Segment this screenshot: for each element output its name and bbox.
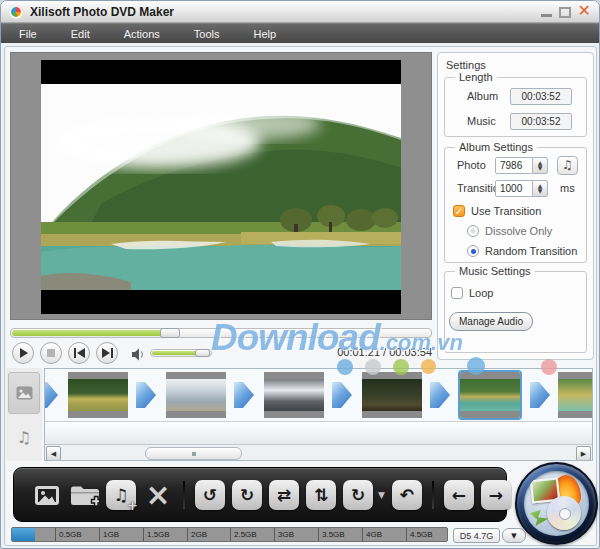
timeline-thumbnail-1[interactable] <box>68 372 128 418</box>
minimize-icon[interactable] <box>541 5 552 17</box>
use-transition-label: Use Transition <box>471 205 541 217</box>
loop-label: Loop <box>469 287 493 299</box>
transition-arrow-icon[interactable] <box>136 382 156 408</box>
close-icon[interactable]: ✕ <box>578 4 591 18</box>
menu-edit[interactable]: Edit <box>67 26 94 42</box>
add-folder-button[interactable] <box>69 480 99 510</box>
album-settings-group: Album Settings Photo 7986 ▲▼ ms ♫ Transi… <box>444 147 587 263</box>
menu-file[interactable]: File <box>15 26 41 42</box>
music-track[interactable] <box>45 421 592 444</box>
move-right-button[interactable]: → <box>481 480 511 510</box>
add-photo-button[interactable] <box>32 480 62 510</box>
swap-vertical-button[interactable]: ⇅ <box>306 480 336 510</box>
main-toolbar: ♫+ × ↺ ↻ ⇄ ⇅ ↻ ▼ ↶ ← → <box>13 467 507 522</box>
add-music-button[interactable]: ♫+ <box>106 480 136 510</box>
manage-audio-button[interactable]: Manage Audio <box>449 312 533 331</box>
app-icon <box>9 5 23 19</box>
rotate-right-button[interactable]: ↻ <box>232 480 262 510</box>
photo-duration-label: Photo <box>457 159 486 171</box>
seek-bar[interactable] <box>10 328 432 338</box>
swap-horizontal-button[interactable]: ⇄ <box>269 480 299 510</box>
add-photo-icon <box>32 480 62 510</box>
menu-actions[interactable]: Actions <box>120 26 164 42</box>
capacity-used-fill <box>12 528 35 541</box>
capacity-tick: 1GB <box>99 528 119 541</box>
disc-capacity-bar: 0.5GB 1GB 1.5GB 2GB 2.5GB 3GB 3.5GB 4GB … <box>11 527 448 542</box>
capacity-tick: 1.5GB <box>143 528 170 541</box>
tab-music[interactable]: ♫ <box>8 416 40 458</box>
timeline-tab-strip: ♫ <box>6 368 42 461</box>
transition-dropdown-caret-icon[interactable]: ▼ <box>378 490 385 500</box>
play-button[interactable] <box>12 342 34 364</box>
add-folder-icon <box>69 480 99 510</box>
disc-type-select[interactable]: D5 4.7G <box>453 528 500 543</box>
timeline-thumbnail-3[interactable] <box>264 372 324 418</box>
preview-photo <box>41 84 401 290</box>
preview-letterbox <box>41 60 401 314</box>
tab-photos[interactable] <box>8 372 40 414</box>
transition-arrow-icon[interactable] <box>530 382 550 408</box>
move-left-button[interactable]: ← <box>444 480 474 510</box>
volume-icon[interactable] <box>131 347 146 365</box>
timeline-scrollbar[interactable]: ◀ ▶ <box>45 444 592 461</box>
preview-stage <box>10 52 432 320</box>
music-label: Music <box>467 115 496 127</box>
capacity-tick: 3GB <box>274 528 294 541</box>
transition-arrow-icon[interactable] <box>44 382 58 408</box>
music-length-value: 00:03:52 <box>510 113 572 130</box>
rotate-left-button[interactable]: ↺ <box>195 480 225 510</box>
scroll-left-icon[interactable]: ◀ <box>46 446 61 461</box>
transport-controls: 00:01:21 / 00:03:54 <box>10 341 432 367</box>
volume-slider[interactable] <box>150 349 212 357</box>
previous-button[interactable] <box>68 342 90 364</box>
disc-type-dropdown-icon[interactable]: ▼ <box>502 528 526 543</box>
scroll-right-icon[interactable]: ▶ <box>576 446 591 461</box>
random-transition-radio[interactable] <box>467 245 479 257</box>
scrollbar-thumb[interactable] <box>145 447 242 460</box>
timeline-thumbnail-6[interactable] <box>558 372 593 418</box>
capacity-tick: 3.5GB <box>318 528 345 541</box>
time-display: 00:01:21 / 00:03:54 <box>337 346 432 358</box>
settings-title: Settings <box>446 59 486 71</box>
dissolve-only-radio[interactable] <box>467 225 479 237</box>
stop-button[interactable] <box>40 342 62 364</box>
transition-arrow-icon[interactable] <box>332 382 352 408</box>
timeline-thumbnail-5-selected[interactable] <box>460 372 520 418</box>
undo-button[interactable]: ↶ <box>392 480 422 510</box>
timeline-thumbnail-2[interactable] <box>166 372 226 418</box>
delete-button[interactable]: × <box>143 480 173 510</box>
next-button[interactable] <box>96 342 118 364</box>
capacity-tick: 2GB <box>187 528 207 541</box>
transition-effect-button[interactable]: ↻ <box>343 480 373 510</box>
toolbar-separator <box>183 481 185 509</box>
menu-help[interactable]: Help <box>249 26 280 42</box>
photo-duration-input[interactable]: 7986 <box>495 157 533 174</box>
disc-icon <box>547 496 581 530</box>
transition-duration-input[interactable]: 1000 <box>495 180 533 197</box>
transition-arrow-icon[interactable] <box>430 382 450 408</box>
maximize-icon[interactable] <box>559 7 571 18</box>
seek-progress <box>12 330 163 336</box>
seek-handle[interactable] <box>160 328 180 338</box>
menu-tools[interactable]: Tools <box>190 26 224 42</box>
burn-button[interactable] <box>515 462 598 545</box>
random-transition-label: Random Transition <box>485 245 577 257</box>
photo-track <box>45 369 592 421</box>
timeline-thumbnail-4[interactable] <box>362 372 422 418</box>
capacity-tick: 4GB <box>362 528 382 541</box>
transition-duration-stepper[interactable]: ▲▼ <box>533 180 548 197</box>
loop-checkbox[interactable] <box>451 287 463 299</box>
transition-unit: ms <box>560 182 575 194</box>
transition-arrow-icon[interactable] <box>234 382 254 408</box>
use-transition-checkbox[interactable]: ✓ <box>453 205 465 217</box>
volume-handle[interactable] <box>195 349 210 357</box>
photo-duration-stepper[interactable]: ▲▼ <box>533 157 548 174</box>
music-settings-group: Music Settings Loop Manage Audio <box>444 271 587 353</box>
album-length-value: 00:03:52 <box>510 88 572 105</box>
title-bar: Xilisoft Photo DVD Maker ✕ <box>1 1 599 23</box>
album-label: Album <box>467 90 498 102</box>
photo-music-note-icon[interactable]: ♫ <box>557 156 578 175</box>
timeline-panel: ◀ ▶ <box>44 368 593 461</box>
dissolve-only-label: Dissolve Only <box>485 225 552 237</box>
length-group: Length Album 00:03:52 Music 00:03:52 <box>444 77 587 137</box>
